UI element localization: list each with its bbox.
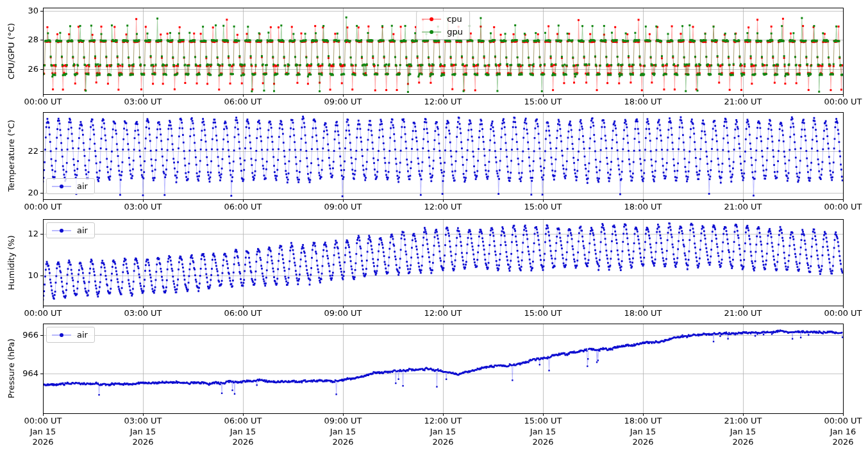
x-date-label: Jan 15 [8, 427, 78, 436]
x-tick-label: 18:00 UT [608, 416, 678, 425]
x-date-label: Jan 15 [708, 427, 778, 436]
x-tick-label: 09:00 UT [308, 97, 378, 106]
y-tick-label: 20 [9, 188, 38, 197]
x-year-label: 2026 [808, 437, 868, 447]
x-year-label: 2026 [408, 437, 478, 447]
legend-cpu-gpu: cpu gpu [416, 11, 470, 40]
x-tick-label: 12:00 UT [408, 202, 478, 211]
y-tick-label: 28 [9, 35, 38, 44]
x-tick-label: 06:00 UT [208, 97, 278, 106]
x-tick-label: 00:00 UT [8, 97, 78, 106]
legend-entry-cpu: cpu [422, 13, 463, 24]
x-year-label: 2026 [708, 437, 778, 447]
gpu-line-marker-icon [422, 29, 441, 35]
legend-temperature: air [46, 178, 95, 194]
x-tick-label: 15:00 UT [508, 202, 578, 211]
x-tick-label: 09:00 UT [308, 416, 378, 425]
legend-label-air: air [77, 225, 88, 236]
x-tick-label: 18:00 UT [608, 97, 678, 106]
x-year-label: 2026 [508, 437, 578, 447]
legend-label-air: air [77, 329, 88, 340]
x-tick-label: 21:00 UT [708, 97, 778, 106]
x-tick-label: 21:00 UT [708, 202, 778, 211]
legend-label-cpu: cpu [447, 13, 462, 24]
x-tick-label: 12:00 UT [408, 416, 478, 425]
y-tick-label: 966 [9, 330, 38, 340]
air-line-marker-icon [52, 333, 71, 338]
x-date-label: Jan 15 [108, 427, 178, 436]
legend-entry-gpu: gpu [422, 26, 463, 37]
x-tick-label: 18:00 UT [608, 202, 678, 211]
x-tick-label: 00:00 UT [808, 308, 868, 318]
x-tick-label: 21:00 UT [708, 416, 778, 425]
x-date-label: Jan 16 [808, 427, 868, 436]
legend-label-gpu: gpu [447, 26, 463, 37]
x-tick-label: 18:00 UT [608, 308, 678, 318]
x-date-label: Jan 15 [208, 427, 278, 436]
y-axis-label-humidity: Humidity (%) [6, 235, 16, 290]
x-tick-label: 00:00 UT [8, 416, 78, 425]
x-tick-label: 00:00 UT [808, 202, 868, 211]
legend-entry-air: air [52, 181, 88, 192]
y-tick-label: 30 [9, 6, 38, 15]
x-tick-label: 03:00 UT [108, 308, 178, 318]
x-tick-label: 00:00 UT [8, 202, 78, 211]
x-tick-label: 00:00 UT [8, 308, 78, 318]
cpu-line-marker-icon [422, 17, 441, 22]
x-tick-label: 15:00 UT [508, 416, 578, 425]
y-tick-label: 22 [9, 146, 38, 156]
x-tick-label: 15:00 UT [508, 308, 578, 318]
legend-label-air: air [77, 181, 88, 192]
legend-humidity: air [46, 222, 95, 238]
air-line-marker-icon [52, 228, 71, 233]
legend-pressure: air [46, 327, 95, 343]
x-date-label: Jan 15 [608, 427, 678, 436]
x-tick-label: 03:00 UT [108, 202, 178, 211]
x-tick-label: 12:00 UT [408, 97, 478, 106]
y-tick-label: 10 [9, 270, 38, 280]
x-year-label: 2026 [208, 437, 278, 447]
x-tick-label: 15:00 UT [508, 97, 578, 106]
x-tick-label: 21:00 UT [708, 308, 778, 318]
y-tick-label: 12 [9, 229, 38, 238]
x-tick-label: 06:00 UT [208, 416, 278, 425]
x-tick-label: 00:00 UT [808, 416, 868, 425]
y-axis-label-temperature: Temperature (°C) [6, 120, 16, 192]
x-year-label: 2026 [8, 437, 78, 447]
x-date-label: Jan 15 [508, 427, 578, 436]
x-tick-label: 09:00 UT [308, 308, 378, 318]
air-line-marker-icon [52, 184, 71, 189]
x-tick-label: 09:00 UT [308, 202, 378, 211]
x-tick-label: 06:00 UT [208, 202, 278, 211]
chart-canvas [0, 0, 868, 453]
x-date-label: Jan 15 [308, 427, 378, 436]
x-year-label: 2026 [608, 437, 678, 447]
x-tick-label: 03:00 UT [108, 97, 178, 106]
legend-entry-air: air [52, 329, 88, 340]
x-tick-label: 06:00 UT [208, 308, 278, 318]
figure: CPU/GPU (°C) Temperature (°C) Humidity (… [0, 0, 868, 453]
y-tick-label: 964 [9, 368, 38, 378]
x-year-label: 2026 [308, 437, 378, 447]
x-tick-label: 03:00 UT [108, 416, 178, 425]
y-tick-label: 26 [9, 64, 38, 74]
x-year-label: 2026 [108, 437, 178, 447]
x-tick-label: 12:00 UT [408, 308, 478, 318]
x-date-label: Jan 15 [408, 427, 478, 436]
x-tick-label: 00:00 UT [808, 97, 868, 106]
legend-entry-air: air [52, 225, 88, 236]
